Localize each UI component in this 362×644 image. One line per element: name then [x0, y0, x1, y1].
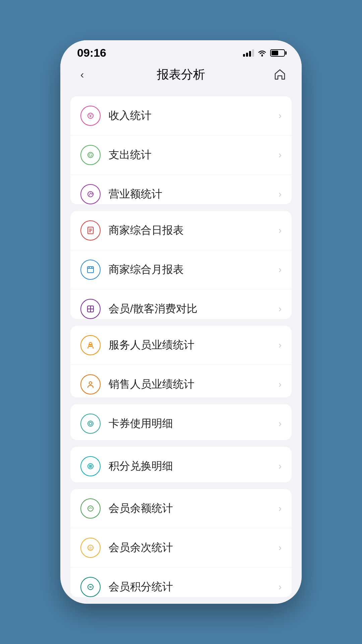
revenue-label: 营业额统计	[109, 187, 279, 202]
points-exchange-icon	[80, 456, 101, 476]
member-points-chevron: ›	[279, 582, 282, 592]
expense-chevron: ›	[279, 150, 282, 160]
card-voucher-label: 卡券使用明细	[109, 416, 279, 431]
svg-rect-10	[87, 267, 94, 273]
income-chevron: ›	[279, 110, 282, 121]
svg-text:次: 次	[88, 546, 93, 550]
income-label: 收入统计	[109, 108, 279, 123]
wifi-icon	[257, 49, 267, 57]
menu-item-points-exchange[interactable]: 积分兑换明细 ›	[70, 447, 292, 483]
svg-point-0	[261, 55, 263, 56]
svg-point-5	[88, 192, 93, 197]
menu-group-6: 会员余额统计 › 次 会员余次统计 ›	[70, 489, 292, 597]
member-points-icon	[80, 577, 101, 597]
member-times-chevron: ›	[279, 542, 282, 553]
sales-staff-chevron: ›	[279, 379, 282, 390]
back-button[interactable]: ‹	[74, 68, 90, 81]
member-times-icon: 次	[80, 538, 101, 558]
status-time: 09:16	[77, 46, 106, 59]
card-voucher-chevron: ›	[279, 418, 282, 429]
points-exchange-label: 积分兑换明细	[109, 459, 279, 474]
member-times-label: 会员余次统计	[109, 540, 279, 555]
svg-text:¥: ¥	[89, 113, 92, 118]
daily-report-chevron: ›	[279, 225, 282, 236]
revenue-icon	[80, 184, 101, 204]
menu-item-member-points[interactable]: 会员积分统计 ›	[70, 568, 292, 597]
home-button[interactable]	[272, 66, 288, 83]
menu-item-member-compare[interactable]: 会员/散客消费对比 ›	[70, 289, 292, 319]
member-balance-label: 会员余额统计	[109, 501, 279, 516]
member-compare-chevron: ›	[279, 304, 282, 314]
monthly-report-icon	[80, 260, 101, 280]
svg-text:G: G	[89, 152, 93, 158]
sales-staff-icon	[80, 374, 101, 394]
monthly-report-label: 商家综合月报表	[109, 262, 279, 277]
menu-group-5: 积分兑换明细 ›	[70, 447, 292, 483]
service-staff-icon	[80, 335, 101, 355]
signal-icon	[243, 49, 254, 57]
menu-item-expense[interactable]: G 支出统计 ›	[70, 136, 292, 175]
menu-group-1: ¥ 收入统计 › G 支出统计 ›	[70, 96, 292, 204]
menu-item-card-voucher[interactable]: 卡券使用明细 ›	[70, 404, 292, 440]
menu-item-member-balance[interactable]: 会员余额统计 ›	[70, 489, 292, 528]
monthly-report-chevron: ›	[279, 264, 282, 275]
svg-point-19	[89, 382, 92, 384]
daily-report-label: 商家综合日报表	[109, 223, 279, 238]
svg-point-26	[88, 506, 93, 511]
menu-item-revenue[interactable]: 营业额统计 ›	[70, 175, 292, 204]
expense-label: 支出统计	[109, 148, 279, 162]
points-exchange-chevron: ›	[279, 461, 282, 472]
revenue-chevron: ›	[279, 189, 282, 200]
menu-item-sales-staff[interactable]: 销售人员业绩统计 ›	[70, 365, 292, 397]
income-icon: ¥	[80, 106, 101, 126]
svg-point-21	[89, 422, 92, 425]
menu-item-member-times[interactable]: 次 会员余次统计 ›	[70, 528, 292, 568]
sales-staff-label: 销售人员业绩统计	[109, 377, 279, 392]
service-staff-chevron: ›	[279, 340, 282, 351]
menu-item-service-staff[interactable]: 服务人员业绩统计 ›	[70, 326, 292, 365]
svg-point-20	[88, 421, 93, 426]
phone-frame: 09:16	[60, 40, 302, 604]
status-icons	[243, 49, 285, 57]
expense-icon: G	[80, 145, 101, 165]
member-points-label: 会员积分统计	[109, 580, 279, 594]
page-title: 报表分析	[157, 66, 205, 83]
menu-group-4: 卡券使用明细 ›	[70, 404, 292, 440]
nav-bar: ‹ 报表分析	[60, 63, 302, 90]
daily-report-icon	[80, 220, 101, 240]
status-bar: 09:16	[60, 40, 302, 63]
member-compare-label: 会员/散客消费对比	[109, 302, 279, 316]
member-balance-chevron: ›	[279, 503, 282, 514]
content-area: ¥ 收入统计 › G 支出统计 ›	[60, 90, 302, 604]
member-balance-icon	[80, 498, 101, 519]
card-voucher-icon	[80, 414, 101, 434]
menu-group-2: 商家综合日报表 › 商家综合月报表 ›	[70, 211, 292, 319]
menu-group-3: 服务人员业绩统计 › 销售人员业绩统计 ›	[70, 326, 292, 397]
menu-item-monthly-report[interactable]: 商家综合月报表 ›	[70, 250, 292, 289]
menu-item-income[interactable]: ¥ 收入统计 ›	[70, 96, 292, 136]
battery-icon	[270, 49, 285, 57]
member-compare-icon	[80, 299, 101, 319]
service-staff-label: 服务人员业绩统计	[109, 338, 279, 353]
menu-item-daily-report[interactable]: 商家综合日报表 ›	[70, 211, 292, 250]
svg-point-29	[88, 584, 93, 590]
